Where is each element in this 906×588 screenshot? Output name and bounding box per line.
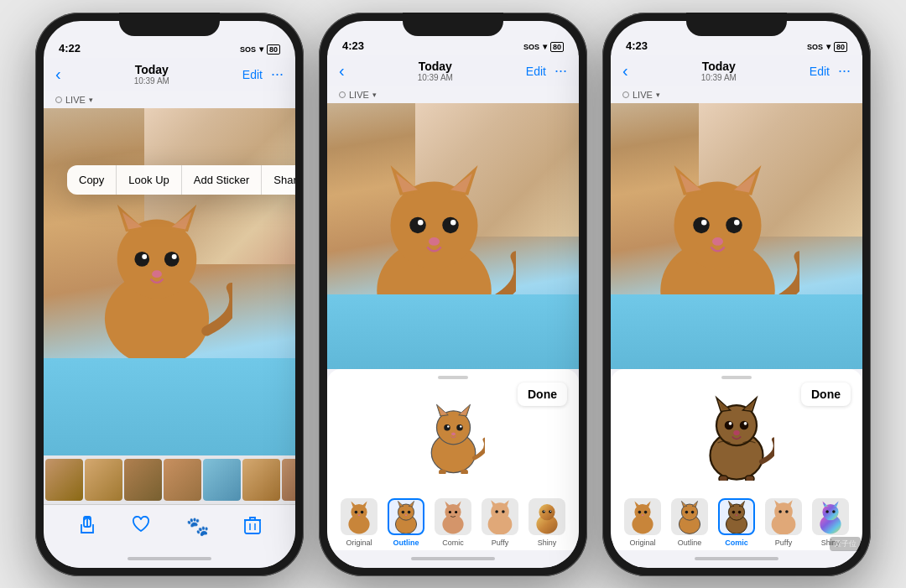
- svg-marker-131: [822, 501, 828, 507]
- svg-point-51: [358, 514, 360, 516]
- sos-label-1: SOS: [240, 45, 256, 54]
- svg-rect-44: [461, 470, 468, 474]
- svg-point-96: [725, 421, 734, 430]
- nav-bar-2: ‹ Today 10:39 AM Edit ···: [327, 55, 579, 86]
- nav-actions-3: Edit ···: [810, 62, 851, 80]
- sticker-option-shiny-2[interactable]: Shiny: [528, 498, 565, 547]
- context-share[interactable]: Share...: [262, 165, 295, 195]
- sticker-main-3: [699, 393, 774, 481]
- sticker-thumb-comic-2[interactable]: [435, 498, 471, 535]
- sticker-option-outline-3[interactable]: Outline: [671, 498, 708, 547]
- nav-back-2[interactable]: ‹: [339, 61, 345, 81]
- thumb-4[interactable]: [164, 459, 201, 501]
- nav-more-3[interactable]: ···: [838, 62, 851, 80]
- trash-icon-1[interactable]: [244, 516, 261, 539]
- sticker-thumb-original-2[interactable]: [341, 498, 378, 535]
- notch-2: [403, 13, 503, 36]
- thumb-3[interactable]: [124, 459, 162, 501]
- live-label-1: LIVE: [65, 95, 86, 105]
- nav-back-3[interactable]: ‹: [622, 61, 628, 81]
- live-badge-2[interactable]: LIVE ▾: [327, 86, 579, 103]
- sticker-thumb-original-3[interactable]: [624, 498, 661, 535]
- live-dot-2: [339, 91, 346, 98]
- context-lookup[interactable]: Look Up: [117, 165, 181, 195]
- svg-point-58: [405, 514, 407, 516]
- nav-more-2[interactable]: ···: [555, 62, 567, 80]
- wifi-icon-2: ▾: [543, 42, 547, 51]
- nav-edit-1[interactable]: Edit: [242, 68, 263, 81]
- sticker-option-comic-2[interactable]: Comic: [435, 498, 471, 547]
- sticker-preview-3: Done: [611, 382, 862, 492]
- svg-point-56: [402, 511, 405, 514]
- sticker-label-shiny-2: Shiny: [538, 539, 557, 547]
- svg-marker-125: [774, 500, 781, 506]
- svg-rect-101: [719, 476, 728, 481]
- sticker-option-original-3[interactable]: Original: [624, 498, 661, 547]
- sticker-thumb-puffy-3[interactable]: [765, 498, 802, 535]
- svg-point-86: [734, 220, 740, 226]
- heart-icon-1[interactable]: [132, 516, 150, 539]
- svg-marker-47: [351, 501, 357, 507]
- wifi-icon-1: ▾: [259, 44, 263, 54]
- context-copy[interactable]: Copy: [67, 165, 117, 195]
- svg-point-8: [142, 254, 147, 259]
- status-time-1: 4:22: [59, 42, 81, 55]
- status-time-3: 4:23: [626, 39, 648, 52]
- share-icon-1[interactable]: [78, 516, 96, 539]
- nav-edit-2[interactable]: Edit: [526, 65, 546, 78]
- floor-2: [327, 294, 579, 369]
- thumb-1[interactable]: [45, 459, 83, 501]
- sticker-option-puffy-2[interactable]: Puffy: [482, 498, 518, 547]
- sticker-option-puffy-3[interactable]: Puffy: [765, 498, 802, 547]
- sos-label-3: SOS: [807, 43, 823, 51]
- done-button-3[interactable]: Done: [801, 382, 851, 406]
- sticker-thumb-shiny-2[interactable]: [528, 498, 565, 535]
- cat-icon-1[interactable]: 🐾: [186, 516, 209, 538]
- status-icons-2: SOS ▾ 80: [523, 42, 564, 52]
- sticker-option-comic-3[interactable]: Comic: [718, 498, 755, 547]
- screen-3: 4:23 SOS ▾ 80 ‹ Today 10:39 AM Edit ···: [611, 21, 862, 568]
- sticker-thumb-puffy-2[interactable]: [482, 498, 518, 535]
- done-button-2[interactable]: Done: [518, 382, 567, 406]
- svg-marker-119: [739, 501, 745, 507]
- thumb-7[interactable]: [282, 459, 295, 501]
- svg-marker-105: [634, 501, 640, 507]
- thumb-5[interactable]: [203, 459, 241, 501]
- live-dot-1: [55, 96, 62, 103]
- svg-point-122: [736, 514, 737, 516]
- live-badge-3[interactable]: LIVE ▾: [611, 86, 862, 103]
- svg-marker-48: [362, 501, 367, 507]
- sticker-thumb-outline-3[interactable]: [671, 498, 708, 535]
- sticker-option-original-2[interactable]: Original: [341, 498, 378, 547]
- sticker-thumb-shiny-3[interactable]: [812, 498, 849, 535]
- svg-point-75: [544, 511, 544, 512]
- panel-handle-2: [438, 376, 468, 379]
- wifi-icon-3: ▾: [826, 42, 830, 51]
- svg-rect-15: [245, 520, 260, 533]
- home-indicator-3: [611, 550, 862, 568]
- svg-point-50: [361, 511, 364, 514]
- context-menu-1: Copy Look Up Add Sticker Share...: [67, 165, 295, 195]
- thumb-6[interactable]: [242, 459, 280, 501]
- sticker-label-original-2: Original: [346, 539, 372, 547]
- sticker-label-puffy-3: Puffy: [775, 539, 792, 547]
- svg-point-127: [778, 510, 782, 513]
- sticker-thumb-comic-3[interactable]: [718, 498, 755, 535]
- svg-rect-43: [439, 470, 446, 474]
- photo-upper-2: [327, 103, 579, 369]
- live-badge-1[interactable]: LIVE ▾: [44, 91, 295, 108]
- context-sticker[interactable]: Add Sticker: [182, 165, 262, 195]
- phone-2: 4:23 SOS ▾ 80 ‹ Today 10:39 AM Edit ···: [319, 13, 587, 576]
- sticker-thumb-outline-2[interactable]: [388, 498, 424, 535]
- svg-point-121: [738, 511, 742, 514]
- thumb-2[interactable]: [85, 459, 122, 501]
- nav-edit-3[interactable]: Edit: [810, 65, 830, 78]
- svg-point-114: [685, 511, 689, 514]
- nav-back-1[interactable]: ‹: [55, 65, 61, 84]
- svg-point-128: [785, 510, 789, 513]
- sticker-option-outline-2[interactable]: Outline: [388, 498, 424, 547]
- svg-point-72: [539, 504, 555, 520]
- nav-more-1[interactable]: ···: [271, 65, 284, 83]
- svg-point-9: [172, 254, 177, 259]
- sticker-label-puffy-2: Puffy: [492, 539, 508, 547]
